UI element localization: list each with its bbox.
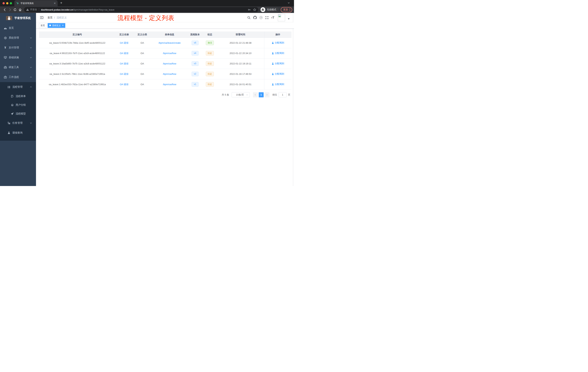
sidebar-item-user-group[interactable]: 用户分组 xyxy=(0,101,36,109)
security-label[interactable]: 不安全 xyxy=(30,8,37,11)
definition-table: 定义编号 定义名称 定义分类 表单信息 流程版本 状态 部署时间 操作 oa_l xyxy=(39,32,292,90)
category-cell: OA xyxy=(133,69,152,79)
assign-rule-button[interactable]: 分配规则 xyxy=(272,41,284,44)
people-icon xyxy=(10,104,14,107)
tag-label: 流程定义 xyxy=(52,23,61,28)
sidebar-item-infrastructure[interactable]: 基础设施 xyxy=(0,53,36,62)
definition-id-cell: oa_leave:3:1fad3d93-7b75-11ec-a3c8-acde4… xyxy=(39,58,116,69)
definition-name-link[interactable]: OA 请假 xyxy=(120,52,128,55)
category-cell: OA xyxy=(133,79,152,89)
prev-page-button[interactable] xyxy=(253,92,258,97)
fullscreen-icon[interactable] xyxy=(265,16,269,19)
page-number-button[interactable]: 1 xyxy=(259,92,264,97)
assign-rule-button[interactable]: 分配规则 xyxy=(272,52,284,55)
sidebar-item-system[interactable]: 系统管理 xyxy=(0,33,36,43)
update-label: 更新 xyxy=(283,8,288,11)
password-key-icon[interactable] xyxy=(248,8,251,11)
form-info-link[interactable]: /bpm/oa/leave/create xyxy=(158,42,180,44)
tree-icon xyxy=(7,121,10,124)
assign-rule-button[interactable]: 分配规则 xyxy=(272,62,284,65)
bookmark-star-icon[interactable] xyxy=(253,8,256,11)
help-icon[interactable]: ? xyxy=(260,16,262,19)
sidebar-item-payment[interactable]: ¥ 支付管理 xyxy=(0,43,36,53)
sidebar-item-label: 流程管理 xyxy=(12,85,22,89)
minimize-window-button[interactable] xyxy=(6,2,8,4)
goto-unit: 页 xyxy=(288,93,290,97)
sidebar-item-process-form[interactable]: 流程表单 xyxy=(0,92,36,101)
browser-toolbar: 不安全 dashboard.yudao.iocoder.cn/bpm/manag… xyxy=(0,6,294,13)
avatar[interactable] xyxy=(278,14,285,21)
github-icon[interactable] xyxy=(253,16,257,19)
sidebar-item-label: 流程模型 xyxy=(16,112,26,115)
chevron-down-icon xyxy=(30,56,32,59)
browser-menu-icon[interactable] xyxy=(290,8,290,11)
form-info-link[interactable]: /bpm/oa/flow xyxy=(163,52,176,55)
reload-button[interactable] xyxy=(12,7,17,12)
chevron-left-icon xyxy=(254,94,256,96)
sidebar-item-process-management[interactable]: 流程管理 xyxy=(0,82,36,92)
search-icon[interactable] xyxy=(247,16,251,19)
form-info-link[interactable]: /bpm/oa/flow xyxy=(163,73,176,75)
form-icon xyxy=(10,95,14,98)
breadcrumb-current: 流程定义 xyxy=(57,16,67,19)
version-badge: v2 xyxy=(192,72,199,76)
category-cell: OA xyxy=(133,48,152,58)
new-tab-button[interactable]: + xyxy=(60,0,62,6)
sidebar-item-process-model[interactable]: 流程模型 xyxy=(0,109,36,118)
col-form-info: 表单信息 xyxy=(152,32,187,38)
table-header-row: 定义编号 定义名称 定义分类 表单信息 流程版本 状态 部署时间 操作 xyxy=(39,32,292,38)
url-bar[interactable]: 不安全 dashboard.yudao.iocoder.cn/bpm/manag… xyxy=(24,7,258,12)
tag-process-definition[interactable]: 流程定义 ✕ xyxy=(48,23,65,28)
status-badge: 激活 xyxy=(206,41,214,45)
workflow-submenu: 流程管理 流程表单 用户分组 xyxy=(0,82,36,141)
font-size-icon[interactable]: TT xyxy=(271,16,274,19)
incognito-icon xyxy=(261,7,265,12)
page-size-select[interactable]: 10条/页 xyxy=(232,92,250,97)
browser-tab[interactable]: 芋道管理系统 ✕ xyxy=(14,0,58,6)
definition-name-link[interactable]: OA 请假 xyxy=(120,62,128,65)
tab-overflow-chevron-icon[interactable] xyxy=(287,2,290,5)
avatar-dropdown-caret-icon[interactable] xyxy=(288,18,290,20)
app-title: 芋道管理系统 xyxy=(14,16,31,20)
maximize-window-button[interactable] xyxy=(10,2,12,4)
tab-close-icon[interactable]: ✕ xyxy=(54,2,56,5)
next-page-button[interactable] xyxy=(264,92,269,97)
definition-name-link[interactable]: OA 请假 xyxy=(120,73,128,75)
favicon-plant-icon xyxy=(16,2,19,5)
sidebar-toggle-hamburger-icon[interactable] xyxy=(39,16,45,19)
form-info-link[interactable]: /bpm/oa/flow xyxy=(163,83,176,86)
assign-rule-button[interactable]: 分配规则 xyxy=(272,72,284,76)
table-row: oa_leave:5:004b710b-7b8a-11ec-8ef0-acde4… xyxy=(39,38,292,48)
browser-update-button[interactable]: 更新 xyxy=(281,7,292,12)
definition-name-link[interactable]: OA 请假 xyxy=(120,83,128,86)
app-logo[interactable]: 芋道管理系统 xyxy=(0,13,36,23)
sidebar-item-dev-tools[interactable]: 研发工具 xyxy=(0,62,36,72)
sidebar-item-home[interactable]: 首页 xyxy=(0,23,36,33)
sidebar-item-leave-query[interactable]: 请假查询 xyxy=(0,128,36,138)
home-button[interactable] xyxy=(17,7,22,12)
briefcase-icon xyxy=(4,76,7,79)
form-info-link[interactable]: /bpm/oa/flow xyxy=(163,62,176,65)
tab-strip: 芋道管理系统 ✕ + xyxy=(0,0,294,6)
col-definition-name: 定义名称 xyxy=(116,32,133,38)
back-button[interactable] xyxy=(2,7,7,12)
goto-label: 前往 xyxy=(272,93,277,97)
scrollbar-gutter[interactable] xyxy=(293,13,294,186)
assign-rule-button[interactable]: 分配规则 xyxy=(272,83,284,86)
breadcrumb-home[interactable]: 首页 xyxy=(47,16,52,19)
tag-home[interactable]: 首页 xyxy=(39,23,47,28)
sidebar-item-task-management[interactable]: 任务管理 xyxy=(0,118,36,128)
status-badge: 挂起 xyxy=(206,72,214,76)
incognito-badge: 无痕模式 xyxy=(260,7,279,12)
tag-close-icon[interactable]: ✕ xyxy=(62,24,64,26)
breadcrumb-separator: / xyxy=(54,16,55,19)
goto-page-input[interactable] xyxy=(279,92,286,97)
close-window-button[interactable] xyxy=(2,2,5,4)
table-row: oa_leave:2:3c1f0ef1-76b1-11ec-9c66-a2380… xyxy=(39,69,292,79)
forward-button[interactable] xyxy=(7,7,12,12)
browser-chrome: 芋道管理系统 ✕ + xyxy=(0,0,294,13)
pagination-total: 共 5 条 xyxy=(222,93,229,97)
sidebar-item-workflow[interactable]: 工作流程 xyxy=(0,72,36,82)
definition-name-link[interactable]: OA 请假 xyxy=(120,42,128,44)
definition-id-cell: oa_leave:4:991f2193-7b7f-11ec-a3c8-acde4… xyxy=(39,48,116,58)
